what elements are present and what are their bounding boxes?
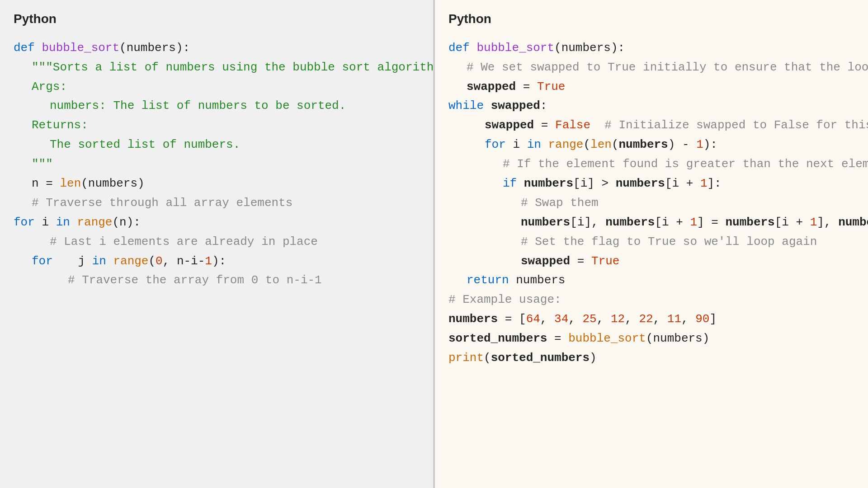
line-11: n = len(numbers)	[14, 174, 420, 193]
r-line-9: if numbers[i] > numbers[i + 1]:	[448, 174, 854, 193]
r-line-2: # We set swapped to True initially to en…	[448, 58, 854, 77]
r-line-19: sorted_numbers = bubble_sort(numbers)	[448, 329, 854, 348]
line-13: # Traverse through all array elements	[14, 193, 420, 213]
line-1: def bubble_sort(numbers):	[14, 38, 420, 58]
line-8: The sorted list of numbers.	[14, 135, 420, 155]
line-7: Returns:	[14, 116, 420, 135]
r-line-20: print(sorted_numbers)	[448, 348, 854, 368]
line-19: # Traverse the array from 0 to n-i-1	[14, 271, 420, 290]
line-9: """	[14, 155, 420, 174]
r-line-7: for i in range(len(numbers) - 1):	[448, 135, 854, 155]
r-line-8: # If the element found is greater than t…	[448, 155, 854, 174]
r-line-3: swapped = True	[448, 77, 854, 97]
r-line-13: swapped = True	[448, 252, 854, 271]
right-panel: Python def bubble_sort(numbers): # We se…	[435, 0, 868, 488]
r-line-15: return numbers	[448, 271, 854, 290]
line-5: numbers: The list of numbers to be sorte…	[14, 96, 420, 116]
line-2: """Sorts a list of numbers using the bub…	[14, 58, 420, 77]
left-code-block: def bubble_sort(numbers): """Sorts a lis…	[14, 38, 420, 291]
r-line-4: while swapped:	[448, 96, 854, 116]
left-panel: Python def bubble_sort(numbers): """Sort…	[0, 0, 434, 488]
line-14: for i in range(n):	[14, 213, 420, 232]
r-line-17: # Example usage:	[448, 290, 854, 310]
r-line-10: # Swap them	[448, 193, 854, 213]
r-line-18: numbers = [64, 34, 25, 12, 22, 11, 90]	[448, 310, 854, 329]
right-panel-title: Python	[448, 9, 854, 29]
r-line-5: swapped = False # Initialize swapped to …	[448, 116, 854, 135]
r-line-11: numbers[i], numbers[i + 1] = numbers[i +…	[448, 213, 854, 232]
left-panel-title: Python	[14, 9, 420, 29]
r-line-12: # Set the flag to True so we'll loop aga…	[448, 232, 854, 252]
r-line-1: def bubble_sort(numbers):	[448, 38, 854, 58]
line-4: Args:	[14, 77, 420, 97]
line-17: for j in range(0, n-i-1):	[14, 252, 420, 271]
line-16: # Last i elements are already in place	[14, 232, 420, 252]
right-code-block: def bubble_sort(numbers): # We set swapp…	[448, 38, 854, 368]
